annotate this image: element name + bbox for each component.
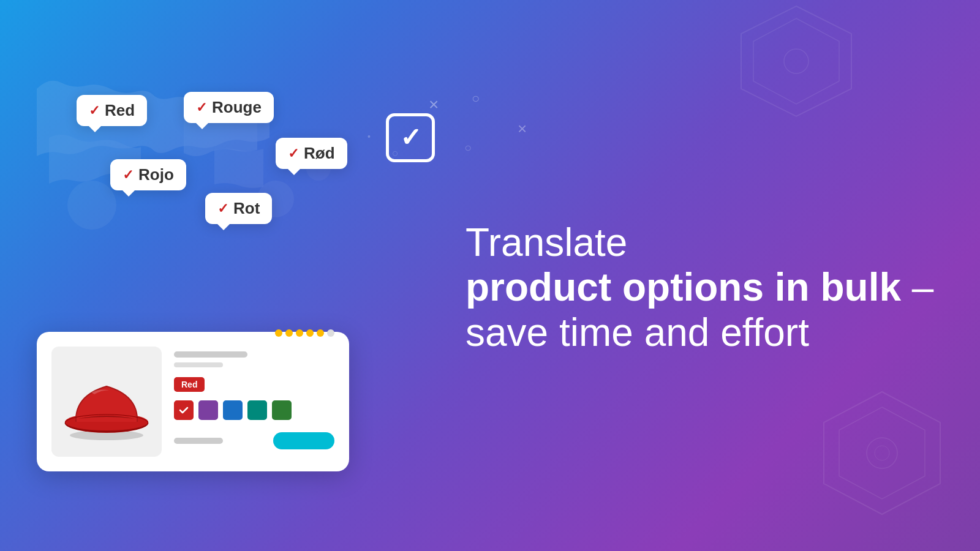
headline-bold-text: product options in bulk <box>466 265 901 309</box>
swatch-check-icon <box>179 406 189 414</box>
headline-line3: save time and effort <box>466 310 933 356</box>
headline-suffix: – <box>901 265 933 309</box>
text-content: Translate product options in bulk – save… <box>466 196 933 356</box>
dot6 <box>327 329 334 337</box>
swatch-purple[interactable] <box>198 400 218 420</box>
bubble-rot-text: Rot <box>233 199 260 218</box>
swatch-teal[interactable] <box>247 400 267 420</box>
dot1 <box>275 329 282 337</box>
swatch-red[interactable] <box>174 400 194 420</box>
bubble-red-text: Red <box>105 101 135 120</box>
bubble-rouge: ✓ Rouge <box>184 92 274 123</box>
dot5 <box>317 329 324 337</box>
check-icon-rouge: ✓ <box>196 100 207 116</box>
add-to-cart-button[interactable] <box>273 432 334 449</box>
right-section: Translate product options in bulk – save… <box>429 0 980 551</box>
product-title-placeholder <box>174 351 247 358</box>
swatch-green[interactable] <box>272 400 292 420</box>
rating-dots <box>275 329 334 337</box>
bubble-red: ✓ Red <box>77 95 147 126</box>
bubble-rot: ✓ Rot <box>205 193 272 224</box>
headline: Translate product options in bulk – save… <box>466 220 933 356</box>
color-swatches <box>174 400 334 420</box>
bubble-rojo-text: Rojo <box>138 165 174 184</box>
red-hat-image <box>58 359 156 444</box>
card-footer <box>174 432 334 449</box>
bubble-rod: ✓ Rød <box>276 138 347 169</box>
background: × ○ × • ○ ○ ✓ ✓ Red ✓ Rouge ✓ Rød ✓ Rojo… <box>0 0 980 551</box>
check-icon-rod: ✓ <box>288 146 299 162</box>
bubble-rouge-text: Rouge <box>212 98 262 117</box>
headline-line1: Translate <box>466 220 933 266</box>
headline-line2: product options in bulk – <box>466 265 933 310</box>
product-details: Red <box>174 347 334 449</box>
bubble-rod-text: Rød <box>304 144 335 163</box>
check-icon-rojo: ✓ <box>123 167 134 183</box>
product-subtitle-placeholder <box>174 362 223 367</box>
swatch-blue[interactable] <box>223 400 243 420</box>
footer-placeholder <box>174 438 223 444</box>
bubble-rojo: ✓ Rojo <box>110 159 186 190</box>
dot3 <box>296 329 303 337</box>
left-section: ✓ Red ✓ Rouge ✓ Rød ✓ Rojo ✓ Rot <box>37 37 417 539</box>
check-icon-rot: ✓ <box>217 201 228 217</box>
dot2 <box>285 329 293 337</box>
card-inner: Red <box>51 347 334 457</box>
product-card: Red <box>37 332 349 471</box>
dot4 <box>306 329 314 337</box>
check-icon-red: ✓ <box>89 103 100 119</box>
color-badge: Red <box>174 377 205 392</box>
product-image-container <box>51 347 162 457</box>
